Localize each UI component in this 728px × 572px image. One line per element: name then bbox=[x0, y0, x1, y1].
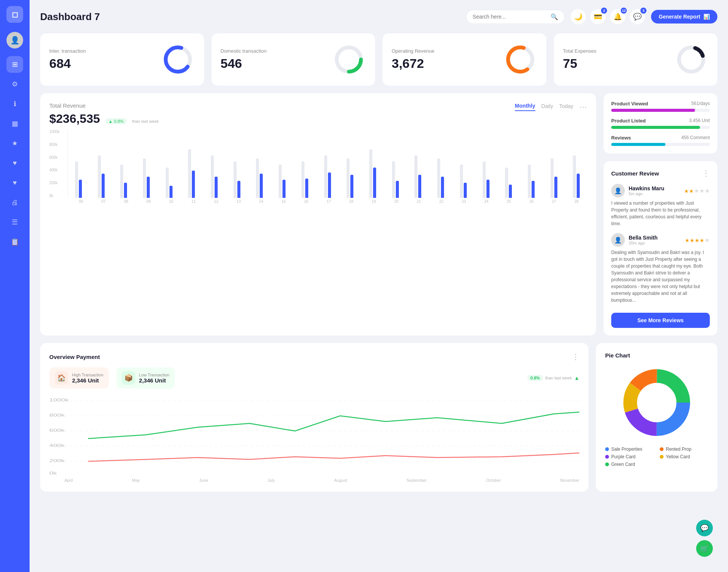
overview-payment-title: Overview Payment bbox=[49, 354, 100, 360]
high-transaction-icon: 🏠 bbox=[55, 371, 68, 385]
progress-bg-viewed bbox=[611, 109, 710, 112]
legend-dot-green bbox=[605, 462, 609, 466]
progress-name-viewed: Product Viewed bbox=[611, 101, 648, 107]
tab-monthly[interactable]: Monthly bbox=[515, 103, 535, 111]
y-axis: 1000k 800k 600k 400k 200k 0k bbox=[49, 130, 67, 198]
generate-report-button[interactable]: Generate Report 📊 bbox=[651, 10, 717, 24]
tab-daily[interactable]: Daily bbox=[541, 103, 553, 111]
chat-icon-btn[interactable]: 💬 5 bbox=[630, 9, 645, 24]
bell-icon-btn[interactable]: 🔔 12 bbox=[610, 9, 625, 24]
float-support-button[interactable]: 💬 bbox=[696, 520, 713, 536]
tab-today[interactable]: Today bbox=[559, 103, 573, 111]
pie-chart-title: Pie Chart bbox=[605, 352, 708, 359]
bar-group-2 bbox=[113, 137, 134, 198]
float-cart-button[interactable]: 🛒 bbox=[696, 540, 713, 557]
stat-card-total-expenses: Total Expenses 75 bbox=[554, 33, 718, 86]
floating-buttons: 💬 🛒 bbox=[696, 520, 713, 557]
see-more-reviews-button[interactable]: See More Reviews bbox=[611, 313, 710, 328]
wallet-badge: 2 bbox=[601, 8, 607, 14]
bar-xlabel-7: 13 bbox=[228, 199, 249, 204]
sidebar-item-grid[interactable]: ▦ bbox=[6, 115, 23, 132]
progress-item-viewed: Product Viewed 561/days bbox=[611, 101, 710, 112]
stat-card-inter-transaction: Inter. transaction 684 bbox=[40, 33, 204, 86]
sidebar-logo[interactable]: ◻ bbox=[6, 6, 23, 23]
line-chart-x-labels: April May June July August September Oct… bbox=[49, 478, 579, 483]
bar-group-20 bbox=[521, 137, 542, 198]
stat-card-domestic-transaction: Domestic transaction 546 bbox=[212, 33, 375, 86]
sidebar-item-print[interactable]: 🖨 bbox=[6, 194, 23, 211]
bar-group-9 bbox=[271, 137, 293, 198]
y-label-800k: 800k bbox=[49, 143, 64, 147]
revenue-title: Total Revenue bbox=[49, 102, 159, 109]
bar-group-8 bbox=[249, 137, 270, 198]
overview-menu-icon[interactable]: ⋮ bbox=[572, 352, 579, 361]
sidebar-item-list[interactable]: 📋 bbox=[6, 234, 23, 250]
y-label-0k: 0k bbox=[49, 194, 64, 198]
sidebar-item-settings[interactable]: ⚙ bbox=[6, 76, 23, 92]
bar-group-17 bbox=[453, 137, 474, 198]
revenue-header: Total Revenue $236,535 ▲ 0.8% than last … bbox=[49, 102, 587, 126]
bar-xlabel-10: 16 bbox=[296, 199, 317, 204]
header-icons: 🌙 💳 2 🔔 12 💬 5 bbox=[571, 9, 645, 24]
revenue-change-text: than last week bbox=[132, 119, 158, 124]
revenue-card: Total Revenue $236,535 ▲ 0.8% than last … bbox=[40, 93, 596, 335]
legend-item-rented: Rented Prop bbox=[660, 447, 708, 452]
bar-gray-18 bbox=[483, 161, 486, 198]
bar-gray-21 bbox=[551, 158, 554, 198]
avatar[interactable]: 👤 bbox=[6, 32, 23, 49]
sidebar-item-info[interactable]: ℹ bbox=[6, 96, 23, 112]
bar-blue-12 bbox=[350, 175, 353, 198]
stat-value-2: 3,672 bbox=[392, 56, 435, 71]
sidebar-item-menu[interactable]: ☰ bbox=[6, 214, 23, 230]
wallet-icon-btn[interactable]: 💳 2 bbox=[590, 9, 606, 24]
bar-xlabel-14: 20 bbox=[386, 199, 406, 204]
bar-blue-5 bbox=[192, 171, 195, 198]
revenue-menu-icon[interactable]: ⋯ bbox=[579, 102, 587, 111]
pie-legend: Sale Properties Rented Prop Purple Card … bbox=[605, 447, 708, 467]
bar-blue-3 bbox=[147, 177, 150, 198]
overview-up-arrow: ▲ bbox=[574, 375, 579, 381]
sidebar-item-heart2[interactable]: ♥ bbox=[6, 174, 23, 191]
bar-gray-10 bbox=[301, 161, 304, 198]
donut-inter-transaction bbox=[161, 42, 195, 77]
bar-group-7 bbox=[226, 137, 248, 198]
bar-blue-9 bbox=[282, 180, 286, 198]
stat-label-1: Domestic transaction bbox=[221, 48, 267, 54]
search-input[interactable] bbox=[472, 14, 548, 20]
overview-payment-card: Overview Payment ⋮ 🏠 High Transaction 2,… bbox=[40, 343, 588, 492]
chart-icon: 📊 bbox=[703, 14, 710, 20]
sidebar-item-dashboard[interactable]: ⊞ bbox=[6, 56, 23, 73]
bar-xlabel-12: 18 bbox=[341, 199, 362, 204]
review-menu-icon[interactable]: ⋮ bbox=[702, 169, 710, 178]
pie-chart-svg bbox=[619, 365, 695, 440]
bar-group-13 bbox=[362, 137, 383, 198]
pie-chart-wrap bbox=[605, 365, 708, 440]
bar-group-15 bbox=[408, 137, 429, 198]
bar-xlabel-22: 28 bbox=[566, 199, 587, 204]
sidebar-item-heart1[interactable]: ♥ bbox=[6, 155, 23, 171]
legend-item-yellow: Yellow Card bbox=[660, 454, 708, 459]
bar-blue-21 bbox=[554, 177, 557, 198]
svg-text:1000k: 1000k bbox=[49, 398, 69, 402]
bar-xlabel-19: 25 bbox=[498, 199, 519, 204]
bar-group-21 bbox=[543, 137, 565, 198]
bar-gray-3 bbox=[143, 158, 146, 198]
bar-xlabel-16: 22 bbox=[431, 199, 452, 204]
progress-val-listed: 3,456 Unit bbox=[689, 118, 710, 124]
legend-dot-yellow bbox=[660, 455, 664, 459]
legend-item-green: Green Card bbox=[605, 462, 654, 467]
search-box[interactable]: 🔍 bbox=[466, 10, 565, 24]
y-label-200k: 200k bbox=[49, 181, 64, 185]
main-content: Dashboard 7 🔍 🌙 💳 2 🔔 12 💬 5 Generate Re… bbox=[30, 0, 728, 572]
overview-payment-header: Overview Payment ⋮ bbox=[49, 352, 579, 361]
svg-text:200k: 200k bbox=[49, 458, 65, 463]
sidebar-item-star[interactable]: ★ bbox=[6, 135, 23, 152]
overview-pct-badge: 0.8% bbox=[527, 375, 543, 381]
bar-blue-11 bbox=[328, 172, 331, 198]
bar-blue-20 bbox=[532, 181, 535, 198]
moon-icon-btn[interactable]: 🌙 bbox=[571, 9, 586, 24]
bar-group-19 bbox=[498, 137, 519, 198]
up-arrow-icon: ▲ bbox=[108, 119, 113, 124]
revenue-row: Total Revenue $236,535 ▲ 0.8% than last … bbox=[40, 93, 717, 335]
stars-1: ★★★★★ bbox=[685, 237, 710, 244]
